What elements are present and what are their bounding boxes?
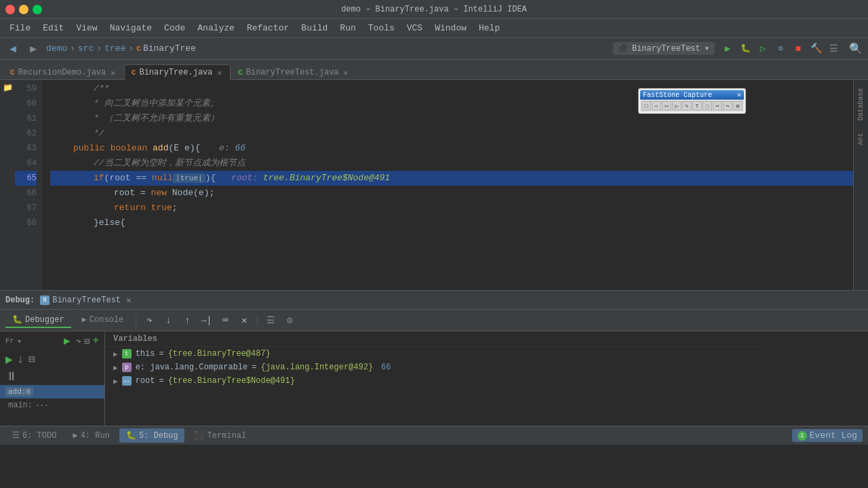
run-tab[interactable]: ▶ 4: Run: [66, 428, 116, 443]
sidebar-ant[interactable]: Ant: [856, 127, 866, 150]
menu-tools[interactable]: Tools: [363, 21, 400, 35]
debug-close[interactable]: ✕: [126, 295, 132, 306]
close-button[interactable]: [5, 5, 15, 14]
step-icon[interactable]: ↓: [17, 352, 24, 366]
terminal-label: Terminal: [207, 431, 246, 441]
run-config-label: BinaryTreeTest: [632, 44, 701, 54]
bottom-bar: ☰ 6: TODO ▶ 4: Run 🐛 5: Debug ⬛ Terminal…: [0, 426, 868, 445]
faststone-close[interactable]: ✕: [737, 91, 741, 99]
menu-run[interactable]: Run: [334, 21, 361, 35]
filter-icon[interactable]: ⊟: [28, 352, 35, 366]
play-button[interactable]: ▶: [720, 41, 735, 56]
event-log-badge[interactable]: 1 Event Log: [792, 429, 863, 442]
menu-edit[interactable]: Edit: [37, 21, 69, 35]
fs-btn-8[interactable]: ↩: [713, 101, 722, 110]
step-over-small[interactable]: ↷: [76, 336, 81, 347]
debug-tab-bottom[interactable]: 🐛 5: Debug: [119, 428, 185, 443]
terminal-tab[interactable]: ⬛ Terminal: [187, 428, 253, 443]
nav-back-button[interactable]: ◀: [5, 41, 20, 56]
menu-analyze[interactable]: Analyze: [192, 21, 240, 35]
project-icon[interactable]: 📁: [1, 81, 14, 94]
build-button[interactable]: 🔨: [808, 41, 823, 56]
step-out-btn[interactable]: ↑: [180, 313, 195, 328]
tab-close-recursion[interactable]: ✕: [111, 68, 115, 77]
menu-code[interactable]: Code: [159, 21, 191, 35]
step-over-btn[interactable]: ↷: [142, 313, 157, 328]
console-tab-icon: ▶: [82, 314, 87, 325]
fs-btn-1[interactable]: □: [642, 101, 651, 110]
debug-button[interactable]: 🐛: [738, 41, 753, 56]
todo-label: 6: TODO: [22, 431, 56, 441]
faststone-capture[interactable]: FastStone Capture ✕ □ ○ ▭ ▷ ✎ T ⬚ ↩ ↪ ⚙: [638, 88, 746, 114]
tab-binary-tree-test[interactable]: C BinaryTreeTest.java ✕: [231, 64, 357, 80]
todo-tab[interactable]: ☰ 6: TODO: [5, 428, 63, 443]
breadcrumb-class[interactable]: C BinaryTree: [136, 43, 196, 54]
frame-add[interactable]: add:6: [0, 385, 104, 399]
menu-vcs[interactable]: VCS: [401, 21, 428, 35]
fs-btn-2[interactable]: ○: [652, 101, 661, 110]
fs-btn-6[interactable]: T: [692, 101, 702, 110]
debugger-tab[interactable]: 🐛 Debugger: [5, 312, 71, 328]
run-to-cursor-btn[interactable]: →|: [199, 313, 214, 328]
menu-file[interactable]: File: [4, 21, 36, 35]
var-e-num: 66: [381, 363, 391, 372]
drop-frame-btn[interactable]: ✕: [237, 313, 252, 328]
frames-label: Fr: [5, 337, 14, 345]
var-this[interactable]: ▶ t this = {tree.BinaryTree@487}: [105, 347, 760, 361]
filter-button[interactable]: ⊟: [84, 336, 90, 347]
code-line-68: }else{: [50, 216, 853, 230]
menu-view[interactable]: View: [71, 21, 102, 35]
fs-btn-9[interactable]: ↪: [723, 101, 732, 110]
breadcrumb-tree[interactable]: tree: [104, 43, 125, 54]
step-into-btn[interactable]: ↓: [161, 313, 176, 328]
fs-btn-3[interactable]: ▭: [662, 101, 671, 110]
maximize-button[interactable]: [33, 5, 42, 14]
console-tab[interactable]: ▶ Console: [75, 312, 131, 328]
coverage-button[interactable]: ▷: [755, 41, 770, 56]
minimize-button[interactable]: [19, 5, 28, 14]
breadcrumb-project[interactable]: demo: [46, 43, 67, 54]
play-icon[interactable]: ▶: [5, 352, 13, 367]
frames-chevron[interactable]: ▾: [17, 337, 22, 346]
stop-button[interactable]: ■: [791, 41, 806, 56]
var-e-expand[interactable]: ▶: [113, 363, 118, 372]
fs-btn-4[interactable]: ▷: [672, 101, 682, 110]
sidebar-database[interactable]: Database: [856, 83, 866, 126]
menu-help[interactable]: Help: [473, 21, 505, 35]
run-configuration[interactable]: ⬛ BinaryTreeTest ▾: [613, 42, 715, 55]
var-this-value: {tree.BinaryTree@487}: [168, 349, 271, 359]
add-button[interactable]: +: [92, 335, 99, 347]
tab-close-binary-tree[interactable]: ✕: [218, 68, 222, 77]
frame-main[interactable]: main: ···: [0, 399, 104, 412]
nav-forward-button[interactable]: ▶: [26, 41, 41, 56]
variables-header: Variables: [105, 331, 760, 347]
fs-btn-5[interactable]: ✎: [682, 101, 692, 110]
frame-main-dots: ···: [35, 401, 49, 409]
menu-refactor[interactable]: Refactor: [241, 21, 294, 35]
debug-panel: Debug: B BinaryTreeTest ✕ 🐛 Debugger ▶ C…: [0, 290, 868, 426]
var-this-expand[interactable]: ▶: [113, 350, 118, 359]
debug-frames-list: add:6 main: ···: [0, 385, 104, 426]
tab-close-test[interactable]: ✕: [344, 68, 349, 77]
search-everywhere-icon[interactable]: 🔍: [849, 42, 863, 56]
profile-button[interactable]: ⚙: [773, 41, 788, 56]
threads-btn[interactable]: ☰: [263, 313, 278, 328]
var-root-expand[interactable]: ▶: [113, 377, 118, 386]
tab-recursion-demo[interactable]: C RecursionDemo.java ✕: [3, 64, 124, 80]
debug-session[interactable]: B BinaryTreeTest: [40, 296, 121, 305]
fs-btn-7[interactable]: ⬚: [703, 101, 712, 110]
menu-window[interactable]: Window: [429, 21, 472, 35]
var-root[interactable]: ▶ ○○ root = {tree.BinaryTree$Node@491}: [105, 374, 760, 388]
tab-binary-tree[interactable]: C BinaryTree.java ✕: [124, 64, 231, 80]
settings-btn[interactable]: ⚙: [282, 313, 297, 328]
menu-navigate[interactable]: Navigate: [104, 21, 157, 35]
pause-icon[interactable]: ⏸: [5, 369, 18, 384]
breadcrumb-src[interactable]: src: [78, 43, 94, 54]
sdk-button[interactable]: ☰: [826, 41, 841, 56]
var-e[interactable]: ▶ p e: java.lang.Comparable = {java.lang…: [105, 361, 760, 374]
resume-button[interactable]: ▶: [64, 334, 71, 348]
fs-btn-10[interactable]: ⚙: [733, 101, 743, 110]
menu-build[interactable]: Build: [296, 21, 333, 35]
evaluate-btn[interactable]: ⌨: [218, 313, 233, 328]
tab-bar: C RecursionDemo.java ✕ C BinaryTree.java…: [0, 60, 868, 80]
